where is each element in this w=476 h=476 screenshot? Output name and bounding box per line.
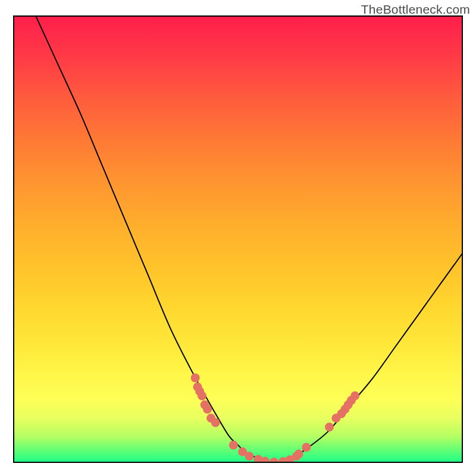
- highlight-marker: [203, 405, 212, 414]
- bottleneck-curve: [36, 15, 463, 463]
- chart-svg: [13, 15, 463, 463]
- plot-area: [13, 15, 463, 463]
- highlight-marker: [325, 422, 334, 431]
- highlight-marker: [270, 458, 278, 463]
- highlight-marker: [350, 392, 359, 400]
- highlight-marker: [229, 440, 238, 449]
- highlight-marker: [302, 443, 311, 452]
- highlight-marker: [211, 418, 220, 427]
- marker-group: [191, 374, 359, 463]
- highlight-marker: [198, 392, 206, 400]
- highlight-marker: [191, 374, 200, 383]
- highlight-marker: [295, 450, 303, 459]
- highlight-marker: [245, 452, 253, 461]
- watermark-text: TheBottleneck.com: [361, 2, 470, 17]
- chart-stage: TheBottleneck.com: [0, 0, 476, 476]
